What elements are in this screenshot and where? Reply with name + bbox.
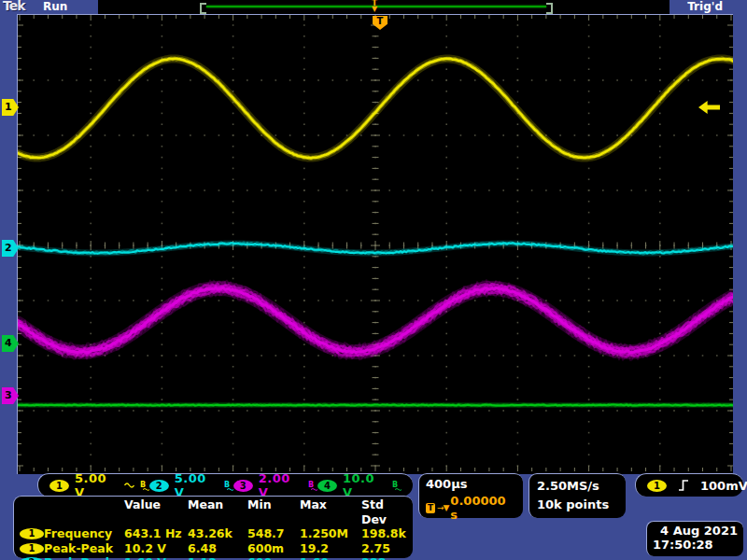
waveform-canvas — [18, 15, 733, 474]
top-status-bar: Tek Run T ▼ Trig'd — [0, 0, 747, 14]
measurement-value: 600m — [247, 541, 300, 556]
channel-2-badge: 2 — [149, 480, 169, 492]
record-window-right-bracket — [546, 3, 553, 14]
record-length: 10k points — [537, 496, 618, 514]
time-label: 17:50:28 — [653, 538, 738, 552]
measurement-value: 6.48 — [188, 541, 247, 556]
measurement-channel-badge: 1 — [20, 528, 44, 539]
bandwidth-limit-icon: B — [224, 481, 233, 491]
coupling-wave-icon — [124, 482, 134, 489]
measurement-value: 198.8k — [361, 526, 413, 541]
svg-text:B: B — [392, 481, 398, 489]
trigger-t-icon: T — [426, 503, 435, 513]
svg-text:B: B — [140, 481, 146, 489]
channel-1-badge: 1 — [49, 480, 69, 492]
bandwidth-limit-icon: B — [140, 481, 149, 491]
measurement-value: 1.60 — [300, 555, 361, 560]
channel-3-badge: 3 — [233, 480, 253, 492]
measurement-name: Frequency — [44, 526, 124, 541]
trigger-position-value: 0.00000 s — [450, 494, 516, 522]
waveform-display: T — [17, 14, 733, 474]
measurement-channel-badge: 1 — [20, 543, 44, 554]
measurement-value: 1.60 V — [124, 555, 188, 560]
measurement-value: 1.12 — [188, 555, 247, 560]
meas-header-value: Value — [124, 497, 188, 526]
trigger-readout[interactable]: 1 100mV — [635, 473, 743, 497]
trigger-status: Trig'd — [687, 0, 723, 13]
meas-header-stddev: Std Dev — [361, 497, 413, 526]
measurement-value: 10.2 V — [124, 541, 188, 556]
measurement-value: 548.7 — [247, 526, 300, 541]
datetime-panel: 4 Aug 2021 17:50:28 — [646, 521, 743, 556]
trigger-level-value: 100mV — [700, 479, 747, 493]
bandwidth-limit-icon: B — [308, 481, 317, 491]
measurement-name: Peak-Peak — [44, 555, 124, 560]
date-label: 4 Aug 2021 — [653, 524, 738, 538]
measurement-value: 19.2 — [300, 541, 361, 556]
measurement-value: 288m — [361, 555, 413, 560]
bandwidth-limit-icon: B — [392, 481, 402, 491]
timebase-readout: 400µs — [426, 477, 516, 491]
meas-header-mean: Mean — [188, 497, 247, 526]
meas-header-max: Max — [300, 497, 361, 526]
measurements-panel: Value Mean Min Max Std Dev 1Frequency643… — [13, 496, 413, 558]
trigger-delay-arrow-icon: →▼ — [437, 503, 448, 512]
tek-logo: Tek — [3, 0, 25, 13]
record-trigger-position-icon: T ▼ — [368, 0, 381, 14]
trigger-position-readout: T →▼ 0.00000 s — [426, 494, 516, 522]
channel-scale-bar: 1 5.00 V B 2 5.00 V B 3 2.00 V B 4 10.0 … — [37, 473, 413, 497]
svg-text:B: B — [308, 481, 314, 489]
channel-4-badge: 4 — [317, 480, 337, 492]
record-view-strip: T ▼ — [98, 0, 669, 14]
measurement-value: 600m — [247, 555, 300, 560]
acquisition-readout[interactable]: 2.50MS/s 10k points — [529, 473, 626, 518]
measurement-value: 2.75 — [361, 541, 413, 556]
svg-text:B: B — [224, 481, 230, 489]
oscilloscope-screen: Tek Run T ▼ Trig'd T 1243 1 5.00 V B 2 5… — [0, 0, 747, 560]
rising-edge-icon — [678, 479, 689, 492]
measurement-name: Peak-Peak — [44, 541, 124, 556]
sample-rate: 2.50MS/s — [537, 477, 618, 496]
horizontal-readout[interactable]: 400µs T →▼ 0.00000 s — [418, 473, 523, 518]
measurement-value: 1.250M — [300, 526, 361, 541]
measurement-value: 643.1 Hz — [124, 526, 188, 541]
meas-header-min: Min — [247, 497, 300, 526]
measurement-value: 43.26k — [188, 526, 247, 541]
acquisition-run-status: Run — [43, 0, 67, 13]
record-window-left-bracket — [200, 3, 206, 14]
trigger-source-badge: 1 — [647, 480, 667, 492]
